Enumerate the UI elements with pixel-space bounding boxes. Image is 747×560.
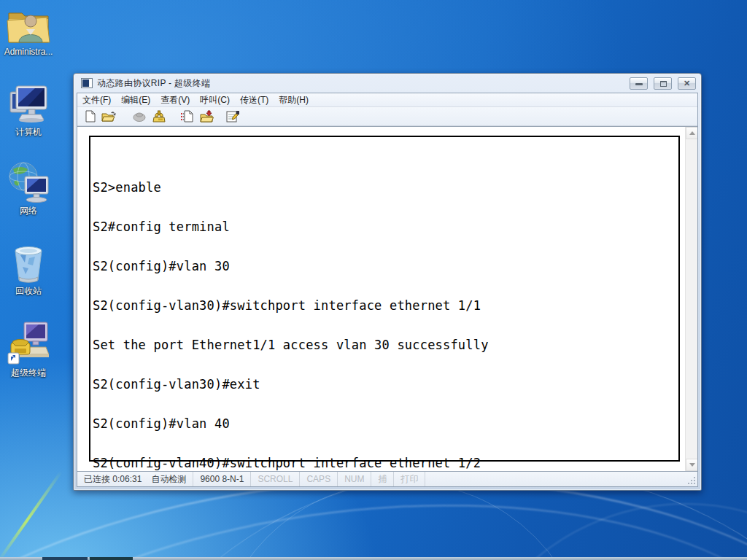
desktop-icon-hyperterminal[interactable]: 超级终端 [0, 321, 57, 378]
terminal-line: S2(config-vlan30)#exit [93, 378, 676, 391]
desktop-icon-administrator[interactable]: Administra... [0, 6, 57, 57]
taskbar-button[interactable] [89, 557, 133, 560]
receive-file-icon [200, 110, 214, 122]
maximize-button[interactable] [654, 77, 672, 90]
app-icon [81, 78, 93, 88]
window-title: 动态路由协议RIP - 超级终端 [97, 77, 210, 90]
menu-bar: 文件(F) 编辑(E) 查看(V) 呼叫(C) 传送(T) 帮助(H) [77, 93, 697, 107]
status-connection: 已连接 0:06:31 [77, 472, 144, 486]
disconnect-button[interactable] [152, 110, 166, 123]
minimize-icon [635, 83, 643, 85]
send-file-icon [180, 110, 193, 122]
menu-call[interactable]: 呼叫(C) [195, 93, 235, 107]
terminal-line: S2(config)#vlan 40 [93, 417, 676, 430]
desktop-icon-label: 回收站 [0, 286, 57, 296]
title-bar[interactable]: 动态路由协议RIP - 超级终端 ✕ [74, 74, 701, 93]
scroll-up-button[interactable] [686, 127, 697, 139]
arrow-down-icon [689, 463, 695, 467]
close-button[interactable]: ✕ [678, 77, 696, 90]
properties-button[interactable] [225, 110, 240, 123]
terminal-client-area[interactable]: S2>enable S2#config terminal S2(config)#… [77, 126, 697, 471]
network-icon [6, 160, 51, 204]
terminal-line: S2(config)#vlan 30 [93, 260, 676, 273]
open-folder-icon [101, 110, 116, 122]
new-connection-button[interactable] [83, 110, 98, 123]
menu-help[interactable]: 帮助(H) [274, 93, 314, 107]
close-icon: ✕ [678, 79, 695, 88]
terminal-line: S2(config-vlan30)#switchport interface e… [93, 299, 676, 312]
terminal-output: S2>enable S2#config terminal S2(config)#… [90, 137, 678, 471]
status-bar: 已连接 0:06:31 自动检测 9600 8-N-1 SCROLL CAPS … [77, 471, 697, 486]
taskbar-button[interactable] [42, 557, 88, 560]
minimize-button[interactable] [630, 77, 648, 90]
desktop-icon-label: 网络 [0, 206, 57, 216]
status-detection: 自动检测 [144, 472, 193, 486]
maximize-icon [660, 81, 667, 87]
user-folder-icon [6, 6, 51, 45]
send-file-button[interactable] [179, 110, 194, 123]
properties-icon [226, 110, 240, 122]
receive-file-button[interactable] [199, 110, 214, 123]
status-scroll: SCROLL [251, 472, 300, 486]
status-caps: CAPS [300, 472, 338, 486]
menu-file[interactable]: 文件(F) [77, 93, 116, 107]
call-button-disabled[interactable] [132, 110, 147, 123]
open-button[interactable] [101, 110, 116, 123]
status-baud: 9600 8-N-1 [193, 472, 251, 486]
status-num: NUM [338, 472, 371, 486]
vertical-scrollbar[interactable] [685, 127, 697, 471]
terminal-line: Set the port Ethernet1/1 access vlan 30 … [93, 338, 676, 351]
phone-call-icon [133, 111, 146, 122]
desktop-icon-label: 超级终端 [0, 368, 57, 378]
computer-icon [7, 85, 50, 125]
desktop-icon-label: 计算机 [0, 127, 57, 137]
scroll-down-button[interactable] [686, 459, 697, 471]
arrow-up-icon [689, 131, 695, 135]
hyperterminal-window: 动态路由协议RIP - 超级终端 ✕ 文件(F) 编辑(E) 查看(V) 呼叫(… [73, 73, 702, 491]
wallpaper-ring [212, 481, 591, 560]
wallpaper-ring [452, 503, 747, 560]
desktop-icon-label: Administra... [0, 47, 57, 57]
terminal-line: S2#config terminal [93, 220, 676, 233]
menu-transfer[interactable]: 传送(T) [235, 93, 274, 107]
phone-disconnect-icon [152, 110, 166, 122]
menu-edit[interactable]: 编辑(E) [116, 93, 155, 107]
resize-grip[interactable] [687, 476, 696, 485]
desktop-icon-recycle-bin[interactable]: 回收站 [0, 244, 57, 296]
taskbar-edge[interactable] [0, 557, 747, 560]
menu-view[interactable]: 查看(V) [155, 93, 195, 107]
window-body: 文件(F) 编辑(E) 查看(V) 呼叫(C) 传送(T) 帮助(H) [77, 93, 698, 487]
wallpaper-green-streak [0, 470, 63, 560]
desktop-icon-computer[interactable]: 计算机 [0, 85, 57, 137]
status-capture: 捕 [371, 472, 394, 486]
toolbar [77, 107, 697, 126]
new-document-icon [85, 110, 96, 122]
desktop-icon-network[interactable]: 网络 [0, 160, 57, 216]
recycle-bin-icon [10, 244, 47, 284]
terminal-line: S2>enable [93, 181, 676, 194]
hyperterminal-icon [7, 321, 50, 366]
terminal-screen[interactable]: S2>enable S2#config terminal S2(config)#… [89, 136, 680, 462]
terminal-line: S2(config-vlan40)#switchport interface e… [93, 456, 676, 470]
status-print: 打印 [394, 472, 425, 486]
